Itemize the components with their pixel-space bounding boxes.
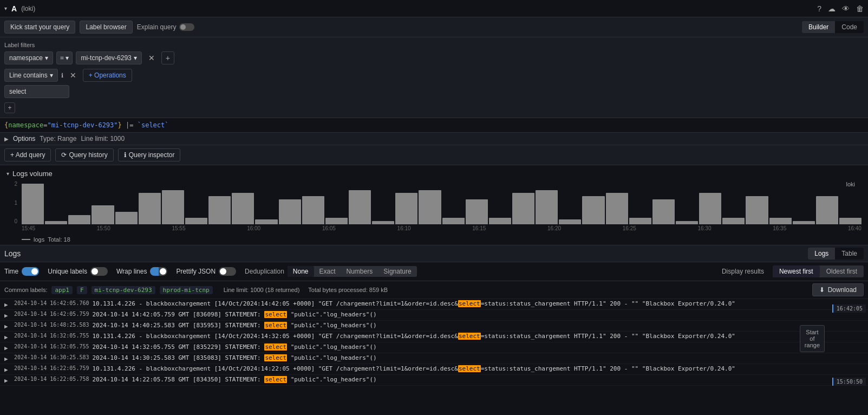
inspector-icon: ℹ [124, 151, 127, 159]
display-results-label: Display results [722, 268, 764, 275]
x-label: 16:20 [547, 225, 561, 231]
operations-button[interactable]: + Operations [83, 69, 132, 82]
operator-select[interactable]: = ▾ [56, 51, 73, 64]
log-timestamp: 2024-10-14 16:22:05.759 [14, 365, 89, 371]
logs-controls: Time Unique labels Wrap lines Prettify J… [0, 262, 868, 281]
deduplication-control: Deduplication None Exact Numbers Signatu… [245, 266, 416, 277]
label-filters-section: Label filters namespace ▾ = ▾ mi-tcnp-de… [0, 37, 868, 67]
logs-section: Logs Logs Table Time Unique labels Wrap … [0, 245, 868, 386]
expand-icon[interactable]: ▶ [4, 345, 11, 352]
label-browser-button[interactable]: Label browser [80, 21, 132, 34]
add-line-contains-button[interactable]: + [4, 102, 15, 113]
line-contains-section: Line contains ▾ ℹ ✕ + Operations + [0, 67, 868, 118]
common-label-f: F [77, 286, 87, 294]
logs-panel-title: Logs [4, 249, 21, 258]
kick-start-button[interactable]: Kick start your query [4, 21, 75, 34]
datasource-row: ▾ A (loki) ? ☁ 👁 🗑 [0, 0, 868, 17]
bytes-info: Total bytes processed: 859 kB [308, 287, 388, 293]
x-label: 16:00 [247, 225, 260, 231]
chart-bar [536, 190, 558, 224]
log-content: 2024-10-14 14:30:25.583 GMT [835083] STA… [92, 354, 864, 361]
line-contains-clear-button[interactable]: ✕ [67, 70, 80, 81]
expand-icon[interactable]: ▶ [4, 312, 11, 319]
logs-volume-chevron-icon[interactable]: ▾ [6, 171, 9, 177]
line-contains-input[interactable] [4, 85, 69, 98]
x-label: 16:10 [397, 225, 411, 231]
cloud-icon[interactable]: ☁ [828, 4, 836, 13]
chart-bar [325, 218, 348, 224]
chart-y-labels: 2 1 0 [6, 181, 17, 224]
log-row[interactable]: ▶2024-10-14 16:42:05.76010.131.4.226 - b… [0, 299, 868, 310]
datasource-name: (loki) [21, 5, 35, 12]
log-timestamp: 2024-10-14 16:42:05.759 [14, 311, 89, 317]
expand-icon[interactable]: ▶ [4, 377, 11, 384]
expand-icon[interactable]: ▶ [4, 355, 11, 362]
options-label[interactable]: Options [13, 135, 35, 142]
log-row[interactable]: ▶2024-10-14 16:48:25.5832024-10-14 14:40… [0, 321, 868, 332]
common-label-namespace: mi-tcnp-dev-6293 [92, 286, 155, 294]
log-row[interactable]: ▶2024-10-14 16:42:05.7592024-10-14 14:42… [0, 310, 868, 321]
dedup-signature-button[interactable]: Signature [378, 266, 416, 277]
query-inspector-button[interactable]: ℹ Query inspector [118, 148, 181, 161]
explain-query-toggle: Explain query [137, 23, 195, 31]
line-limit-info: Line limit: 1000 (18 returned) [224, 287, 300, 293]
options-chevron-icon[interactable]: ▶ [4, 136, 9, 142]
expand-icon[interactable]: ▶ [4, 334, 11, 341]
chart-bar [676, 221, 698, 224]
query-history-button[interactable]: ⟳ Query history [55, 148, 113, 161]
namespace-select[interactable]: namespace ▾ [4, 51, 53, 64]
header-icons: ? ☁ 👁 🗑 [817, 4, 864, 13]
clear-filter-button[interactable]: ✕ [145, 53, 158, 63]
chart-bar [466, 199, 488, 224]
table-button[interactable]: Table [835, 248, 864, 260]
log-row[interactable]: ▶2024-10-14 16:22:05.75910.131.4.226 - b… [0, 364, 868, 375]
chart-bar [232, 193, 254, 224]
chart-bar [92, 205, 114, 224]
chart-bar [839, 218, 862, 224]
expand-icon[interactable]: ▶ [4, 366, 11, 373]
trash-icon[interactable]: 🗑 [856, 4, 864, 13]
add-filter-button[interactable]: + [161, 51, 174, 64]
oldest-first-button[interactable]: Oldest first [820, 265, 864, 277]
prettify-json-toggle[interactable] [219, 267, 236, 276]
filter-row: namespace ▾ = ▾ mi-tcnp-dev-6293 ▾ ✕ + [4, 51, 864, 64]
log-timestamp: 2024-10-14 16:48:25.583 [14, 322, 89, 328]
log-row[interactable]: ▶2024-10-14 16:32:05.75510.131.4.226 - b… [0, 332, 868, 342]
explain-toggle-switch[interactable] [179, 23, 194, 31]
wrap-lines-toggle[interactable] [150, 267, 167, 276]
newest-first-button[interactable]: Newest first [773, 265, 820, 277]
time-toggle[interactable] [22, 267, 39, 276]
line-contains-info-icon[interactable]: ℹ [61, 72, 63, 79]
info-icon[interactable]: ? [817, 4, 821, 13]
log-row[interactable]: ▶2024-10-14 16:22:05.7582024-10-14 14:22… [0, 375, 868, 386]
x-label: 16:25 [623, 225, 636, 231]
log-row[interactable]: ▶2024-10-14 16:32:05.7552024-10-14 14:32… [0, 342, 868, 353]
expand-icon[interactable]: ▶ [4, 323, 11, 330]
dedup-exact-button[interactable]: Exact [314, 266, 341, 277]
dedup-numbers-button[interactable]: Numbers [341, 266, 378, 277]
y-label-1: 1 [6, 200, 17, 206]
x-label: 15:50 [97, 225, 110, 231]
download-icon: ⬇ [819, 286, 825, 294]
start-of-range: Startofrange [800, 325, 825, 352]
expand-icon[interactable]: ▶ [4, 301, 11, 308]
log-content: 2024-10-14 14:42:05.759 GMT [836098] STA… [92, 311, 864, 318]
code-button[interactable]: Code [835, 21, 864, 33]
datasource-chevron-icon[interactable]: ▾ [4, 5, 7, 11]
download-button[interactable]: ⬇ Download [812, 283, 864, 296]
builder-button[interactable]: Builder [802, 21, 835, 33]
builder-code-toggle: Builder Code [802, 21, 864, 33]
line-contains-select[interactable]: Line contains ▾ [4, 69, 58, 82]
add-query-button[interactable]: + Add query [4, 148, 51, 161]
toolbar-row: Kick start your query Label browser Expl… [0, 17, 868, 37]
dedup-none-button[interactable]: None [288, 266, 314, 277]
x-label: 16:40 [848, 225, 862, 231]
y-label-0: 0 [6, 218, 17, 224]
time-badge-1: 16:42:05 [832, 304, 866, 313]
unique-labels-toggle[interactable] [90, 267, 108, 276]
filter-value-select[interactable]: mi-tcnp-dev-6293 ▾ [76, 51, 141, 64]
legend-label: logs [34, 236, 44, 243]
log-row[interactable]: ▶2024-10-14 16:30:25.5832024-10-14 14:30… [0, 353, 868, 364]
logs-button[interactable]: Logs [808, 248, 835, 260]
eye-icon[interactable]: 👁 [842, 4, 850, 13]
